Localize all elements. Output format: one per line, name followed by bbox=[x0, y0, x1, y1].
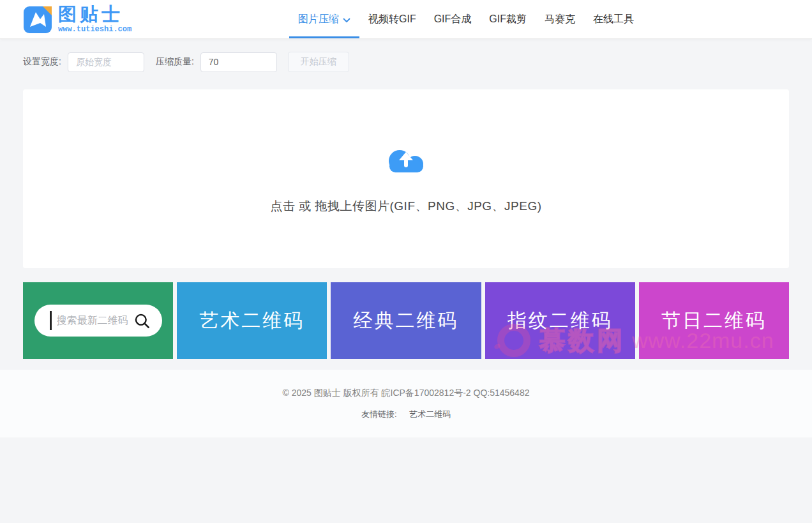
site-logo[interactable]: 图贴士 www.tutieshi.com bbox=[23, 5, 132, 34]
chevron-down-icon bbox=[343, 14, 350, 26]
main-nav: 图片压缩 视频转GIF GIF合成 GIF裁剪 马赛克 在线工具 bbox=[289, 0, 643, 38]
upload-dropzone[interactable]: 点击 或 拖拽上传图片(GIF、PNG、JPG、JPEG) bbox=[23, 89, 789, 268]
search-icon[interactable] bbox=[133, 312, 151, 330]
quality-input[interactable] bbox=[200, 52, 277, 72]
logo-icon bbox=[23, 5, 52, 34]
banner-festival-qrcode[interactable]: 节日二维码 bbox=[639, 282, 789, 359]
footer: © 2025 图贴士 版权所有 皖ICP备17002812号-2 QQ:5145… bbox=[0, 370, 812, 437]
qrcode-search-block bbox=[23, 282, 173, 359]
nav-item-mosaic[interactable]: 马赛克 bbox=[536, 0, 584, 38]
width-input[interactable] bbox=[68, 52, 144, 72]
logo-subtitle: www.tutieshi.com bbox=[58, 26, 132, 33]
friend-links-label: 友情链接: bbox=[361, 409, 397, 419]
nav-item-gif-crop[interactable]: GIF裁剪 bbox=[480, 0, 536, 38]
nav-item-video-to-gif[interactable]: 视频转GIF bbox=[359, 0, 425, 38]
nav-item-online-tools[interactable]: 在线工具 bbox=[584, 0, 643, 38]
banner-art-qrcode[interactable]: 艺术二维码 bbox=[177, 282, 327, 359]
banner-classic-qrcode[interactable]: 经典二维码 bbox=[331, 282, 481, 359]
copyright-text: © 2025 图贴士 版权所有 皖ICP备17002812号-2 QQ:5145… bbox=[0, 388, 812, 399]
cloud-upload-icon bbox=[382, 143, 430, 181]
start-compress-button[interactable]: 开始压缩 bbox=[288, 52, 349, 72]
banner-fingerprint-qrcode[interactable]: 指纹二维码 bbox=[485, 282, 635, 359]
quality-label: 压缩质量: bbox=[156, 56, 194, 68]
upload-hint-text: 点击 或 拖拽上传图片(GIF、PNG、JPG、JPEG) bbox=[270, 198, 541, 215]
qrcode-search-box[interactable] bbox=[34, 305, 162, 337]
qrcode-banner-row: 艺术二维码 经典二维码 指纹二维码 节日二维码 bbox=[23, 282, 789, 359]
width-label: 设置宽度: bbox=[23, 56, 61, 68]
text-caret bbox=[50, 311, 52, 330]
compress-settings-bar: 设置宽度: 压缩质量: 开始压缩 bbox=[0, 39, 812, 72]
friend-link-art-qrcode[interactable]: 艺术二维码 bbox=[409, 409, 451, 419]
qrcode-search-input[interactable] bbox=[57, 315, 133, 326]
nav-item-gif-merge[interactable]: GIF合成 bbox=[425, 0, 481, 38]
header: 图贴士 www.tutieshi.com 图片压缩 视频转GIF GIF合成 G… bbox=[0, 0, 812, 39]
logo-title: 图贴士 bbox=[58, 5, 132, 24]
nav-item-image-compress[interactable]: 图片压缩 bbox=[289, 0, 359, 38]
